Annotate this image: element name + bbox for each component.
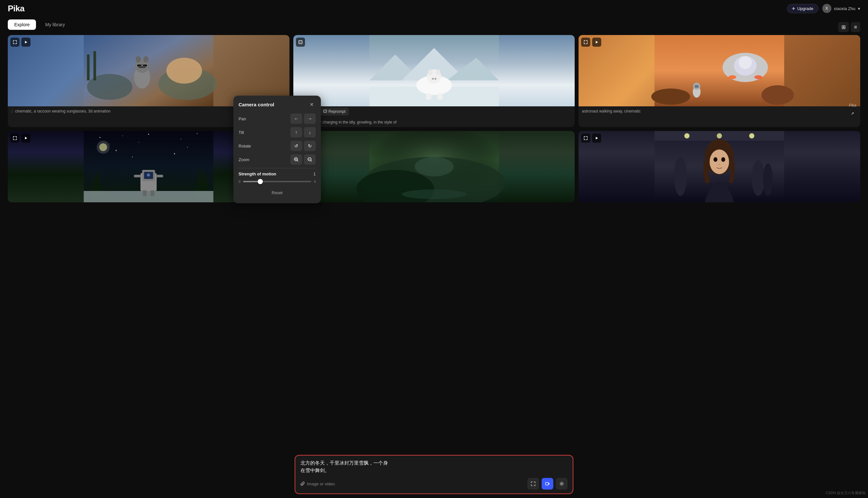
expand-button-mars[interactable]: [581, 38, 590, 47]
svg-rect-100: [546, 482, 548, 485]
svg-point-48: [148, 134, 149, 135]
mars-caption-text: astronaut walking away, cinematic: [582, 109, 640, 114]
svg-rect-27: [426, 93, 431, 100]
media-item-dark-land: [293, 131, 575, 202]
svg-point-68: [132, 157, 133, 158]
play-button-robot[interactable]: [22, 134, 30, 143]
attach-button[interactable]: Image or video: [301, 482, 335, 486]
svg-text:❄: ❄: [147, 172, 150, 178]
chevron-down-icon: ▾: [858, 6, 860, 11]
app-logo: Pika: [8, 3, 25, 14]
slider-track[interactable]: [243, 181, 311, 182]
svg-point-89: [714, 157, 718, 162]
raccoon-caption-text: cinematic, a raccoon wearing sunglasses,…: [15, 109, 110, 114]
svg-line-94: [297, 160, 298, 161]
expand-button-robot[interactable]: [10, 134, 19, 143]
list-view-button[interactable]: ≡: [851, 22, 860, 32]
polar-thumbnail: [293, 35, 575, 106]
svg-point-25: [432, 78, 434, 80]
svg-line-98: [310, 160, 312, 161]
fullscreen-button[interactable]: [528, 478, 539, 489]
svg-point-50: [197, 133, 198, 134]
zoom-out-button[interactable]: [304, 154, 316, 165]
media-item-girl: [578, 131, 860, 202]
svg-point-77: [415, 157, 453, 176]
prompt-input[interactable]: [301, 459, 567, 474]
share-button-mars[interactable]: ↗: [848, 109, 857, 118]
svg-point-84: [674, 157, 687, 196]
tilt-up-button[interactable]: ↑: [290, 127, 302, 137]
strength-row: Strength of motion 1: [239, 171, 316, 176]
svg-point-82: [717, 133, 722, 139]
slider-thumb[interactable]: [258, 179, 263, 184]
upgrade-icon: ✈: [792, 6, 796, 11]
pan-right-button[interactable]: →: [304, 114, 316, 124]
mars-caption: astronaut walking away, cinematic ↗: [578, 106, 860, 121]
svg-marker-15: [25, 41, 27, 43]
pan-label: Pan: [239, 116, 258, 121]
zoom-buttons: [290, 154, 316, 165]
svg-point-91: [719, 164, 721, 165]
rotate-control-row: Rotate ↺ ↻: [239, 141, 316, 151]
mars-overlay-icons: [581, 38, 601, 47]
pika-watermark-mars: Pika: [849, 103, 856, 108]
svg-point-76: [402, 189, 466, 199]
reprompt-label: Reprompt: [328, 109, 346, 114]
svg-point-90: [721, 157, 725, 162]
header-right: ✈ Upgrade X xiaoxia Zhu ▾: [787, 4, 860, 13]
pan-left-button[interactable]: ←: [290, 114, 302, 124]
svg-rect-65: [134, 175, 141, 178]
girl-thumbnail: [578, 131, 860, 202]
tilt-down-button[interactable]: ↓: [304, 127, 316, 137]
slider-max-label: 4: [314, 180, 316, 184]
rotate-buttons: ↺ ↻: [290, 141, 316, 151]
upgrade-button[interactable]: ✈ Upgrade: [787, 4, 818, 13]
camera-control-panel: Camera control ✕ Pan ← → Tilt ↑ ↓ Rotate…: [233, 96, 321, 203]
slider-row: 0 4: [239, 180, 316, 184]
tab-explore[interactable]: Explore: [8, 19, 36, 30]
svg-point-23: [428, 69, 432, 75]
input-bottom-row: Image or video: [301, 478, 567, 489]
svg-marker-71: [25, 137, 27, 140]
play-button[interactable]: [22, 38, 30, 47]
tab-my-library[interactable]: My library: [39, 19, 71, 30]
expand-button-girl[interactable]: [581, 134, 590, 143]
close-panel-button[interactable]: ✕: [308, 101, 316, 108]
polar-caption: □ A polar bear charging in the idly, gro…: [293, 117, 575, 127]
expand-button[interactable]: [10, 38, 19, 47]
rotate-left-button[interactable]: ↺: [290, 141, 302, 151]
svg-point-52: [138, 142, 139, 143]
view-toggle: ⊞ ≡: [838, 22, 860, 32]
polar-overlay-icons: [296, 38, 305, 47]
svg-rect-58: [84, 191, 213, 202]
svg-point-24: [436, 69, 440, 75]
expand-button-polar[interactable]: [296, 38, 305, 47]
svg-point-51: [109, 144, 110, 144]
grid-view-button[interactable]: ⊞: [838, 22, 849, 32]
media-grid: Pika □ cinematic, a raccoon wearing sung…: [0, 32, 868, 205]
play-button-mars[interactable]: [592, 38, 601, 47]
svg-point-86: [763, 163, 773, 196]
svg-point-81: [684, 133, 690, 139]
strength-value: 1: [313, 171, 316, 176]
zoom-in-button[interactable]: [290, 154, 302, 165]
rotate-right-button[interactable]: ↻: [304, 141, 316, 151]
svg-rect-63: [143, 190, 147, 196]
reprompt-button[interactable]: Reprompt: [320, 108, 349, 115]
svg-point-14: [166, 58, 202, 84]
raccoon-overlay-icons: [10, 38, 30, 47]
strength-label: Strength of motion: [239, 171, 276, 176]
media-item-mars: Pika astronaut walking away, cinematic ↗: [578, 35, 860, 127]
video-mode-button[interactable]: [542, 478, 553, 489]
settings-button[interactable]: [556, 478, 567, 489]
robot-overlay-icons: [10, 134, 30, 143]
svg-rect-4: [93, 51, 96, 80]
svg-point-7: [135, 56, 141, 63]
svg-point-54: [99, 143, 107, 151]
play-button-girl[interactable]: [592, 134, 601, 143]
user-menu[interactable]: X xiaoxia Zhu ▾: [822, 4, 860, 13]
girl-overlay-icons: [581, 134, 601, 143]
reset-button[interactable]: Reset: [239, 187, 316, 198]
svg-point-46: [99, 137, 101, 138]
svg-point-34: [652, 89, 690, 105]
